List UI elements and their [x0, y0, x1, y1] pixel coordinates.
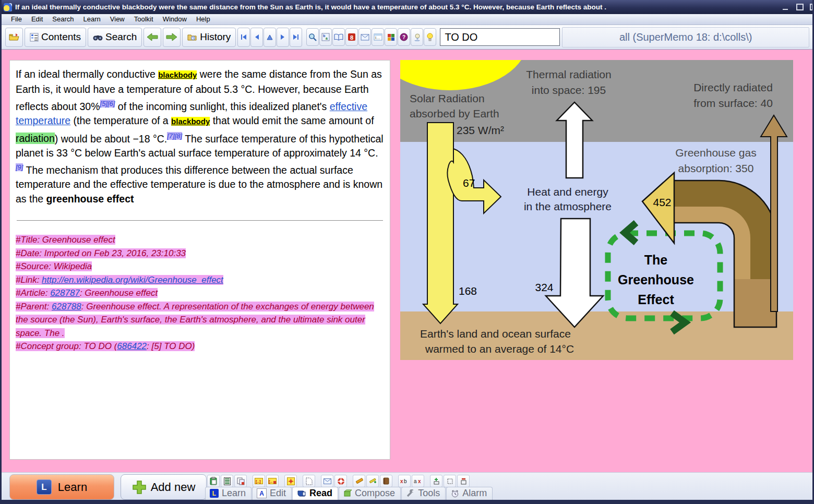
search-binoculars-icon [93, 33, 103, 41]
menu-help[interactable]: Help [191, 14, 215, 25]
rescue-button[interactable] [334, 475, 347, 487]
element-toolbar: [..] [.. xb ax [207, 475, 471, 487]
menu-file[interactable]: File [6, 14, 27, 25]
nav-previous-button[interactable] [250, 28, 263, 47]
add-new-label: Add new [151, 481, 196, 494]
note-line: #Date: Imported on Feb 23, 2016, 23:10:3… [16, 247, 384, 260]
menu-learn[interactable]: Learn [79, 14, 105, 25]
close-book-button[interactable] [380, 475, 392, 487]
bold-term: greenhouse effect [46, 193, 134, 205]
tab-compose[interactable]: Compose [339, 487, 401, 500]
add-new-button[interactable]: Add new [121, 474, 207, 500]
main-toolbar: Contents Search History [2, 25, 812, 50]
remove-template-button[interactable] [457, 475, 470, 487]
diagram-value: 67 [463, 177, 475, 189]
extract-ref-icon: [.. [268, 478, 277, 484]
highlight-pen-button[interactable] [353, 475, 365, 487]
learn-button[interactable]: L Learn [9, 474, 114, 500]
article-panel[interactable]: If an ideal thermally conductive blackbo… [9, 60, 390, 460]
element-list-button[interactable] [221, 475, 233, 487]
todo-input[interactable] [440, 28, 560, 46]
greenhouse-diagram[interactable]: Solar Radiation absorbed by Earth 235 W/… [400, 60, 793, 360]
note-link[interactable]: 686422 [117, 341, 147, 351]
nav-next-button[interactable] [277, 28, 289, 47]
contents-label: Contents [41, 31, 81, 43]
text-segment: of the incoming sunlight, this idealized… [115, 101, 329, 112]
note-line: #Concept group: TO DO (686422: [5] TO DO… [16, 340, 384, 353]
delete-after-cursor-button[interactable]: ax [412, 475, 424, 487]
remove-template-icon [460, 477, 468, 485]
diagram-label: absorbed by Earth [410, 107, 499, 119]
tab-learn[interactable]: L Learn [205, 487, 252, 500]
delete-after-icon: ax [414, 478, 422, 484]
reference-marker: [5][6] [100, 100, 115, 107]
template-button[interactable] [444, 475, 456, 487]
nav-last-button[interactable] [290, 28, 302, 47]
menu-toolkit[interactable]: Toolkit [129, 14, 158, 25]
help-button[interactable]: ? [398, 28, 410, 46]
google-icon: 8 [348, 33, 356, 41]
mosaic-colors-button[interactable] [385, 28, 397, 46]
collection-status: all (SuperMemo 18: d:\colls\) [562, 27, 809, 47]
note-line: #Source: Wikipedia [16, 260, 384, 273]
history-button[interactable]: History [182, 28, 236, 47]
learn-icon: L [37, 479, 52, 495]
delete-before-cursor-button[interactable]: xb [398, 475, 411, 487]
alarm-tab-icon [451, 489, 459, 498]
extract-with-reference-button[interactable]: [.. [266, 475, 279, 487]
separator-rule [17, 220, 383, 221]
lifebuoy-icon [337, 477, 345, 485]
duplicate-icon [237, 477, 245, 485]
decompose-button[interactable] [284, 475, 297, 487]
diagram-label: Directly radiated [693, 81, 773, 93]
add-template-button[interactable] [430, 475, 442, 487]
tab-tools[interactable]: Tools [401, 487, 446, 500]
forward-arrow-icon [166, 33, 177, 41]
book-icon [383, 477, 389, 485]
element-title-button[interactable]: I… [372, 28, 384, 46]
extract-button[interactable]: [..] [253, 475, 265, 487]
diagram-value: 168 [459, 285, 477, 297]
forward-button[interactable] [163, 28, 181, 47]
highlighter-icon [355, 477, 363, 485]
nav-first-button[interactable] [237, 28, 250, 47]
tab-edit[interactable]: A Edit [252, 487, 292, 500]
menu-window[interactable]: Window [158, 14, 191, 25]
tab-alarm[interactable]: Alarm [446, 487, 493, 500]
google-search-button[interactable]: 8 [345, 28, 358, 46]
open-collection-button[interactable] [5, 28, 23, 47]
pen-add-icon [369, 477, 377, 485]
back-button[interactable] [143, 28, 161, 47]
svg-text:x: x [418, 478, 421, 484]
add-template-icon [433, 477, 440, 485]
title-bar: If an ideal thermally conductive blackbo… [0, 0, 814, 14]
search-texts-button[interactable] [306, 28, 319, 46]
svg-text:b: b [404, 478, 407, 484]
note-link[interactable]: 628787 [50, 288, 80, 298]
reference-marker: [9] [16, 163, 23, 171]
paste-element-button[interactable] [207, 475, 220, 487]
note-link[interactable]: http://en.wikipedia.org/wiki/Greenhouse_… [42, 275, 223, 285]
menu-edit[interactable]: Edit [27, 14, 47, 25]
nav-up-button[interactable] [264, 28, 276, 47]
diagram-label: Greenhouse gas [675, 147, 756, 159]
maximize-button[interactable] [795, 4, 805, 11]
dictionary-button[interactable] [332, 28, 345, 46]
diagram-value: 324 [535, 281, 553, 293]
tab-read[interactable]: Read [292, 487, 338, 500]
new-page-button[interactable] [303, 475, 315, 487]
note-link[interactable]: 628788 [52, 302, 81, 311]
menu-search[interactable]: Search [47, 14, 78, 25]
contents-button[interactable]: Contents [25, 28, 86, 47]
translate-button[interactable]: b a [319, 28, 332, 46]
email-button[interactable] [358, 28, 371, 46]
tip-bulb-button[interactable] [424, 28, 436, 46]
email-element-button[interactable] [321, 475, 333, 487]
duplicate-element-button[interactable] [234, 475, 247, 487]
search-button[interactable]: Search [88, 28, 142, 47]
menu-view[interactable]: View [105, 14, 129, 25]
diagram-label: 235 W/m² [457, 124, 504, 136]
hint-bulb-button[interactable] [411, 28, 423, 46]
extract-pen-button[interactable] [366, 475, 379, 487]
minimize-button[interactable] [781, 4, 790, 11]
